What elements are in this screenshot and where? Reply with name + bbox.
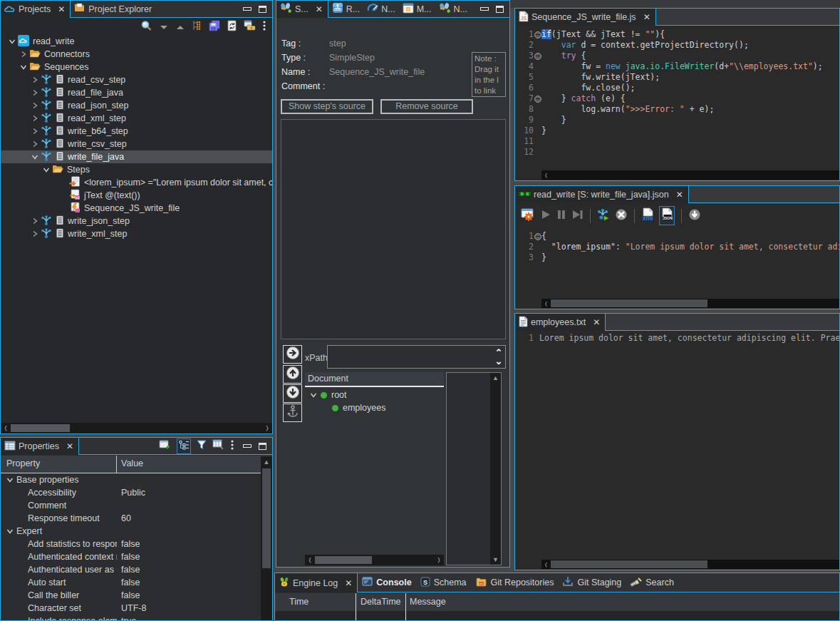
tree-item-write_b64_step[interactable]: write_b64_step — [1, 125, 272, 138]
expand-all-icon[interactable] — [175, 21, 185, 34]
show-step-source-button[interactable]: Show step's source — [281, 99, 373, 114]
value-column-header[interactable]: Value — [121, 458, 143, 468]
generate-tree-icon[interactable] — [597, 208, 610, 224]
view-menu-icon[interactable] — [230, 439, 234, 453]
xpath-apply-button[interactable] — [283, 345, 302, 364]
property-row[interactable]: Authenticated user as cache keyfalse — [1, 563, 260, 576]
property-row[interactable]: Call the billerfalse — [1, 589, 260, 602]
minimize-icon[interactable] — [480, 7, 489, 11]
fold-marker-icon[interactable] — [534, 93, 541, 104]
tree-item-read_json_step[interactable]: read_json_step — [1, 99, 272, 112]
table-mode-icon[interactable] — [212, 439, 224, 453]
close-icon[interactable]: ✕ — [343, 578, 353, 588]
save-all-icon[interactable] — [209, 20, 220, 34]
scrollbar-thumb[interactable] — [551, 560, 707, 568]
scrollbar-track[interactable] — [551, 299, 839, 308]
chevron-right-icon[interactable] — [29, 74, 41, 86]
minimize-icon[interactable] — [243, 444, 252, 448]
download-icon[interactable] — [688, 208, 701, 224]
tree-item-connectors[interactable]: Connectors — [1, 48, 272, 61]
property-row[interactable]: Add statistics to responsefalse — [1, 538, 260, 550]
property-row[interactable]: Base properties — [1, 473, 260, 486]
tree-item-write_xml_step[interactable]: write_xml_step — [1, 227, 272, 240]
property-row[interactable]: AccessibilityPublic — [1, 486, 260, 499]
minimize-icon[interactable] — [243, 7, 252, 11]
document-tree-item-employees[interactable]: employees — [305, 401, 444, 414]
tab-js-file[interactable]: JS Sequence_JS_write_file.js ✕ — [515, 9, 656, 26]
chevron-down-icon[interactable] — [4, 525, 16, 537]
step-tab-1[interactable]: R... — [328, 1, 363, 17]
property-row[interactable]: Authenticated context requiredfalse — [1, 550, 260, 563]
property-row[interactable]: Auto startfalse — [1, 576, 260, 589]
filter-icon[interactable] — [197, 440, 207, 453]
scroll-left-icon[interactable]: ❬ — [541, 172, 551, 179]
scrollbar-track[interactable] — [315, 555, 434, 565]
tree-item-jtext-text-[interactable]: txtjText @(text()) — [1, 189, 272, 202]
tree-item--lorem_ipsum-lorem-ipsum-dolor-sit-amet-consectetur-[interactable]: <lorem_ipsum> ="Lorem ipsum dolor sit am… — [1, 176, 272, 189]
fold-marker-icon[interactable] — [534, 231, 541, 242]
log-tab-git-staging[interactable]: Git Staging — [558, 573, 626, 592]
fold-marker-icon[interactable] — [534, 29, 541, 40]
tree-item-write_json_step[interactable]: write_json_step — [1, 215, 272, 227]
scrollbar-track[interactable] — [11, 423, 262, 433]
json-editor-hscrollbar[interactable]: ❬ — [541, 299, 839, 308]
projects-hscrollbar[interactable]: ❬ ❭ — [1, 423, 272, 433]
close-icon[interactable]: ✕ — [591, 317, 601, 327]
scroll-up-icon[interactable]: ▲ — [490, 373, 501, 383]
log-tab-console[interactable]: Console — [358, 573, 415, 592]
chevron-right-icon[interactable] — [29, 138, 41, 150]
step-next-icon[interactable] — [571, 209, 584, 223]
js-code[interactable]: 1if(jText && jText != ""){2 var d = cont… — [515, 26, 839, 170]
scroll-left-icon[interactable]: ❬ — [541, 300, 551, 307]
property-row[interactable]: Response timeout60 — [1, 512, 260, 525]
chevron-down-icon[interactable] — [6, 36, 18, 47]
property-row[interactable]: Character setUTF-8 — [1, 602, 260, 615]
attributes-vscrollbar[interactable]: ▲ ▼ — [490, 373, 501, 565]
tree-item-read_file_java[interactable]: read_file_java — [1, 86, 272, 99]
document-tree-item-root[interactable]: root — [305, 389, 444, 401]
scrollbar-track[interactable] — [551, 170, 839, 180]
anchor-button[interactable] — [283, 404, 302, 422]
tab-projects[interactable]: Projects ✕ — [1, 1, 71, 18]
link-with-editor-icon[interactable] — [192, 20, 202, 34]
spinner-down-icon[interactable]: ⌄ — [494, 356, 504, 366]
property-row[interactable]: Comment — [1, 499, 260, 512]
tab-json-file[interactable]: read_write [S: write_file_java].json ✕ — [515, 186, 689, 203]
tree-mode-icon[interactable] — [178, 440, 190, 453]
close-icon[interactable]: ✕ — [675, 190, 685, 200]
chevron-right-icon[interactable] — [29, 100, 41, 111]
tree-item-read_xml_step[interactable]: read_xml_step — [1, 112, 272, 125]
chevron-right-icon[interactable] — [29, 215, 41, 227]
chevron-down-icon[interactable] — [29, 151, 41, 163]
scroll-left-icon[interactable]: ❬ — [541, 561, 551, 568]
step-tab-4[interactable]: N... — [435, 1, 471, 17]
property-row[interactable]: Include response elementtrue — [1, 615, 260, 620]
sync-project-icon[interactable] — [244, 20, 256, 34]
step-tab-2[interactable]: N... — [363, 1, 398, 17]
tree-item-sequences[interactable]: Sequences — [1, 61, 272, 73]
chevron-right-icon[interactable] — [29, 87, 41, 98]
log-tab-engine-log[interactable]: Engine Log✕ — [275, 573, 358, 592]
json-code[interactable]: 1{2 "lorem_ipsum": "Lorem ipsum dolor si… — [515, 228, 839, 298]
maximize-icon[interactable] — [259, 6, 266, 13]
chevron-down-icon[interactable] — [18, 61, 29, 73]
scroll-right-icon[interactable]: ❭ — [434, 556, 444, 564]
log-tab-schema[interactable]: SSchema — [416, 573, 471, 592]
time-column-header[interactable]: Time — [289, 597, 308, 607]
close-icon[interactable]: ✕ — [642, 12, 652, 22]
json-view-selected-icon[interactable]: JSON — [660, 207, 673, 224]
fold-marker-icon[interactable] — [534, 51, 541, 61]
close-icon[interactable]: ✕ — [314, 4, 324, 14]
chevron-down-icon[interactable] — [41, 164, 52, 175]
tab-txt-file[interactable]: employees.txt ✕ — [515, 314, 606, 331]
scroll-left-icon[interactable]: ❬ — [1, 424, 11, 432]
chevron-right-icon[interactable] — [29, 228, 41, 240]
scrollbar-thumb[interactable] — [262, 468, 271, 568]
view-menu-icon[interactable] — [262, 20, 266, 34]
log-tab-search[interactable]: Search — [626, 573, 678, 592]
property-row[interactable]: Expert — [1, 525, 260, 538]
nav-up-button[interactable] — [283, 365, 302, 384]
scrollbar-thumb[interactable] — [315, 556, 372, 564]
scrollbar-track[interactable] — [551, 560, 839, 569]
close-icon[interactable]: ✕ — [65, 441, 75, 451]
